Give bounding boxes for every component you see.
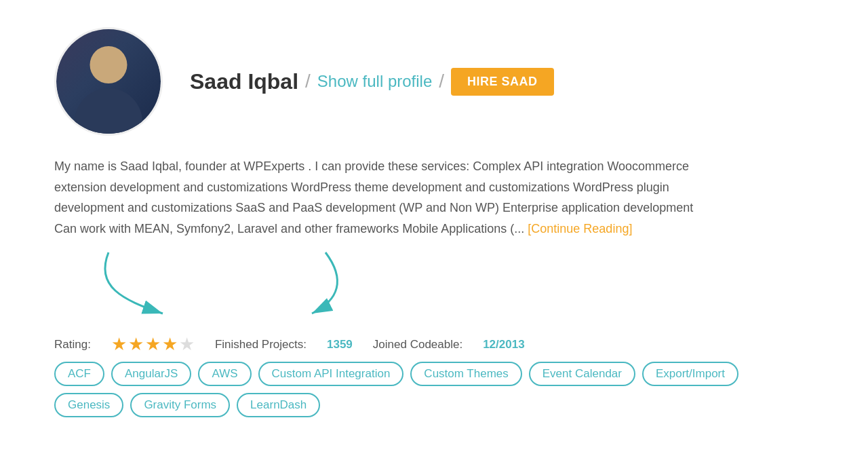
rating-label: Rating:	[54, 338, 91, 352]
tag-item[interactable]: Custom Themes	[410, 362, 521, 386]
joined-value: 12/2013	[483, 338, 524, 352]
star-1: ★	[111, 334, 127, 355]
joined-label: Joined Codeable:	[373, 338, 462, 352]
star-3: ★	[145, 334, 161, 355]
separator-2: /	[439, 71, 444, 92]
header-info: Saad Iqbal / Show full profile / HIRE SA…	[190, 68, 554, 96]
tags-row: ACFAngularJSAWSCustom API IntegrationCus…	[54, 362, 814, 417]
finished-projects-label: Finished Projects:	[215, 338, 307, 352]
tag-item[interactable]: LearnDash	[237, 393, 320, 417]
star-4: ★	[162, 334, 178, 355]
avatar	[54, 27, 163, 136]
star-2: ★	[128, 334, 144, 355]
stars-container: ★ ★ ★ ★ ★	[111, 334, 195, 355]
tag-item[interactable]: AWS	[198, 362, 251, 386]
tag-item[interactable]: Custom API Integration	[258, 362, 404, 386]
content-area: My name is Saad Iqbal, founder at WPExpe…	[54, 149, 814, 417]
profile-name: Saad Iqbal	[190, 69, 298, 94]
finished-projects-value: 1359	[327, 338, 353, 352]
profile-bio: My name is Saad Iqbal, founder at WPExpe…	[54, 156, 719, 239]
show-full-profile-link[interactable]: Show full profile	[317, 72, 432, 91]
tag-item[interactable]: Event Calendar	[529, 362, 635, 386]
tag-item[interactable]: AngularJS	[111, 362, 191, 386]
continue-reading-link[interactable]: [Continue Reading]	[528, 222, 632, 235]
separator-1: /	[305, 71, 311, 92]
hire-button[interactable]: HIRE SAAD	[451, 68, 554, 96]
profile-header: Saad Iqbal / Show full profile / HIRE SA…	[54, 27, 814, 136]
avatar-image	[56, 27, 161, 136]
header-top: Saad Iqbal / Show full profile / HIRE SA…	[190, 68, 554, 96]
tag-item[interactable]: Export/Import	[642, 362, 738, 386]
arrows-annotation	[54, 246, 529, 327]
profile-card: Saad Iqbal / Show full profile / HIRE SA…	[54, 27, 814, 417]
star-5: ★	[179, 334, 195, 355]
tag-item[interactable]: Gravity Forms	[130, 393, 230, 417]
stats-row: Rating: ★ ★ ★ ★ ★ Finished Projects: 135…	[54, 334, 814, 355]
tag-item[interactable]: Genesis	[54, 393, 123, 417]
tag-item[interactable]: ACF	[54, 362, 104, 386]
